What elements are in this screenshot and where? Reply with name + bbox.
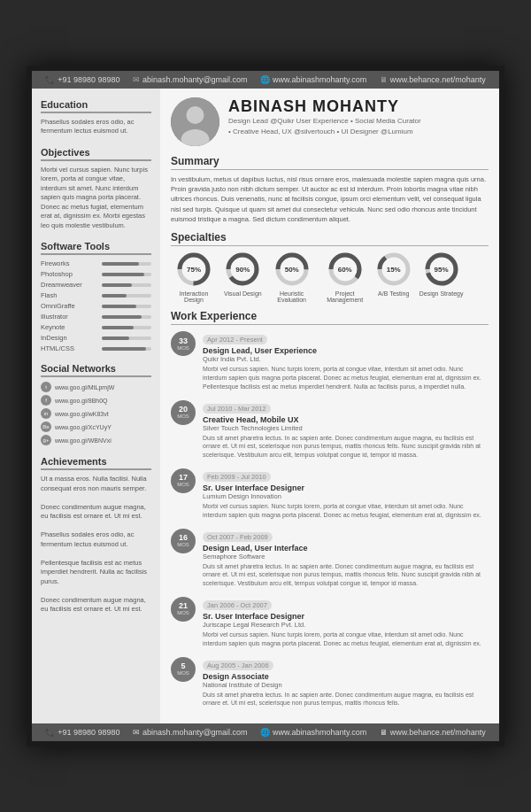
education-text: Phasellus sodales eros odio, ac fermentu… xyxy=(41,118,151,136)
work-desc: Morbi vel cursus sapien. Nunc turpis lor… xyxy=(203,502,489,520)
top-bar-website: 🌐 www.abinashmohanty.com xyxy=(260,75,366,84)
donut-chart: 75% xyxy=(175,251,212,288)
skill-bar-fill xyxy=(102,305,136,308)
donut-label: 75% xyxy=(187,266,201,274)
specialty-item: 15% A/B Testing xyxy=(375,251,412,303)
skill-item: Flash xyxy=(41,291,151,299)
work-content: Jul 2010 - Mar 2012 Creative Head, Mobil… xyxy=(203,398,489,460)
work-company: Juriscape Legal Research Pvt. Ltd. xyxy=(203,621,489,629)
work-date: Jul 2010 - Mar 2012 xyxy=(203,404,271,414)
skill-name: InDesign xyxy=(41,334,98,342)
badge-number: 17 xyxy=(179,474,188,482)
donut-label: 15% xyxy=(387,266,401,274)
work-item: 21 MOS Jan 2006 - Oct 2007 Sr. User Inte… xyxy=(171,595,489,648)
social-network-icon: t xyxy=(41,382,51,392)
work-badge: 21 MOS xyxy=(171,597,196,622)
social-item: t www.goo.gl/MtLpmjW xyxy=(41,382,151,392)
social-link: www.goo.gl/8Bh0Q xyxy=(55,398,108,404)
donut-label: 90% xyxy=(235,266,250,274)
work-job-title: Design Lead, User Interface xyxy=(203,544,489,553)
donut-chart: 60% xyxy=(327,251,364,288)
specialty-name: A/B Testing xyxy=(378,290,409,297)
work-job-title: Design Lead, User Experience xyxy=(203,346,489,355)
person-name: ABINASH MOHANTY xyxy=(228,97,489,116)
work-badge: 5 MOS xyxy=(171,657,196,682)
skill-bar-fill xyxy=(102,294,127,298)
work-company: National Institute of Design xyxy=(203,681,489,689)
social-link: www.goo.gl/wK83vt xyxy=(55,411,109,417)
work-content: Apr 2012 - Present Design Lead, User Exp… xyxy=(203,329,489,391)
bottom-behance: 🖥 www.behance.net/mohanty xyxy=(380,728,486,737)
badge-unit: MOS xyxy=(177,482,189,487)
skill-bar xyxy=(102,283,151,287)
achievements-text: Ut a massa eros. Nulla facilisi. Nulla c… xyxy=(41,475,151,615)
donut-label: 95% xyxy=(435,266,449,274)
skill-item: Dreamweaver xyxy=(41,281,151,289)
specialty-name: Design Strategy xyxy=(419,290,464,297)
person-title-line2: • Creative Head, UX @silvertouch • UI De… xyxy=(228,127,489,137)
phone-icon: 📞 xyxy=(45,75,55,84)
work-experience-heading: Work Experience xyxy=(171,310,489,325)
bottom-phone-icon: 📞 xyxy=(45,728,55,737)
skill-name: Keynote xyxy=(41,323,98,331)
skill-item: OmniGraffe xyxy=(41,302,151,310)
specialty-name: Interaction Design xyxy=(171,290,217,303)
social-list: t www.goo.gl/MtLpmjW f www.goo.gl/8Bh0Q … xyxy=(41,382,151,445)
work-company: Lumium Design Innovation xyxy=(203,492,489,500)
donut-chart: 90% xyxy=(224,251,261,288)
software-tools-section: Software Tools Fireworks Photoshop Dream… xyxy=(41,241,151,352)
skill-item: Photoshop xyxy=(41,270,151,278)
skills-list: Fireworks Photoshop Dreamweaver Flash Om… xyxy=(41,259,151,352)
specialty-item: 75% Interaction Design xyxy=(171,251,217,303)
bottom-email: ✉ abinash.mohanty@gmail.com xyxy=(133,728,248,737)
social-networks-section: Social Networks t www.goo.gl/MtLpmjW f w… xyxy=(41,363,151,445)
top-bar-behance: 🖥 www.behance.net/mohanty xyxy=(380,75,486,84)
top-bar-email: ✉ abinash.mohanty@gmail.com xyxy=(133,75,248,84)
social-item: f www.goo.gl/8Bh0Q xyxy=(41,395,151,406)
social-link: www.goo.gl/XcYUyY xyxy=(55,424,112,430)
work-desc: Morbi vel cursus sapien. Nunc turpis lor… xyxy=(203,365,489,391)
badge-unit: MOS xyxy=(177,414,189,419)
social-network-icon: g+ xyxy=(41,435,51,445)
work-desc: Duis sit amet pharetra lectus. In ac sap… xyxy=(203,691,489,708)
badge-number: 33 xyxy=(179,337,188,345)
donut-chart: 50% xyxy=(273,251,311,288)
skill-bar-fill xyxy=(102,347,146,351)
svg-point-1 xyxy=(187,106,204,124)
work-content: Jan 2006 - Oct 2007 Sr. User Interface D… xyxy=(203,595,489,648)
work-badge: 33 MOS xyxy=(171,331,196,356)
education-heading: Education xyxy=(41,99,151,113)
right-main: ABINASH MOHANTY Design Lead @Quikr User … xyxy=(160,89,499,723)
skill-bar xyxy=(102,347,151,351)
skill-name: Fireworks xyxy=(41,259,98,267)
work-date: Aug 2005 - Jan 2006 xyxy=(203,661,273,670)
skill-bar xyxy=(102,294,151,298)
achievements-section: Achievements Ut a massa eros. Nulla faci… xyxy=(41,456,151,615)
objectives-section: Objectives Morbi vel cursus sapien. Nunc… xyxy=(41,147,151,231)
badge-unit: MOS xyxy=(177,345,189,351)
social-item: in www.goo.gl/wK83vt xyxy=(41,408,151,419)
skill-name: Illustrator xyxy=(41,313,98,321)
work-date: Oct 2007 - Feb 2009 xyxy=(203,532,273,542)
skill-name: Flash xyxy=(41,291,98,299)
skill-bar-fill xyxy=(102,315,142,319)
work-desc: Duis sit amet pharetra lectus. In ac sap… xyxy=(203,434,489,460)
skill-item: Keynote xyxy=(41,323,151,331)
social-link: www.goo.gl/MtLpmjW xyxy=(55,384,114,391)
work-desc: Morbi vel cursus sapien. Nunc turpis lor… xyxy=(203,630,489,648)
work-badge: 20 MOS xyxy=(171,400,196,425)
badge-number: 16 xyxy=(179,534,188,542)
work-job-title: Sr. User Interface Designer xyxy=(203,612,489,621)
main-content: Education Phasellus sodales eros odio, a… xyxy=(32,89,499,723)
badge-number: 21 xyxy=(179,602,188,610)
work-content: Feb 2009 - Jul 2010 Sr. User Interface D… xyxy=(203,467,489,520)
objectives-heading: Objectives xyxy=(41,147,151,161)
social-network-icon: in xyxy=(41,408,51,419)
specialty-name: Project Management xyxy=(322,290,368,303)
specialty-name: Visual Design xyxy=(224,290,262,297)
skill-name: Dreamweaver xyxy=(41,281,98,289)
work-company: Quikr India Pvt. Ltd. xyxy=(203,355,489,363)
work-job-title: Design Associate xyxy=(203,672,489,681)
avatar xyxy=(171,97,219,146)
work-date: Apr 2012 - Present xyxy=(203,335,267,344)
